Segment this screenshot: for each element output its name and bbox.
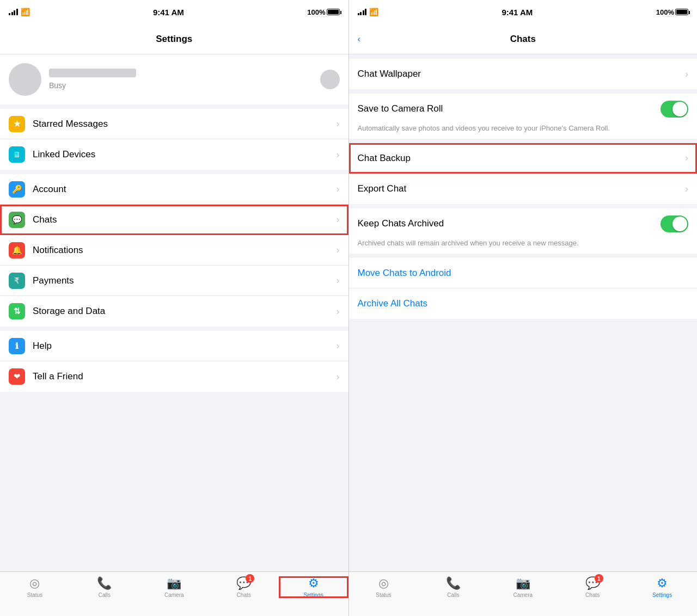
- profile-section[interactable]: Busy: [0, 54, 348, 104]
- left-tab-bar: ◎ Status 📞 Calls 📷 Camera 💬 1 Chats ⚙ Se…: [0, 571, 348, 616]
- account-label: Account: [33, 184, 337, 195]
- right-settings-tab-icon: ⚙: [657, 576, 668, 590]
- chats-tab-label: Chats: [237, 592, 251, 598]
- payments-icon: ₹: [9, 273, 25, 289]
- divider-3: [349, 204, 698, 208]
- sidebar-item-chats[interactable]: 💬 Chats ›: [0, 205, 348, 235]
- calls-tab-icon: 📞: [97, 576, 112, 590]
- sidebar-item-help[interactable]: ℹ Help ›: [0, 331, 348, 361]
- starred-icon: ★: [9, 116, 25, 132]
- chat-backup-row[interactable]: Chat Backup ›: [349, 143, 698, 174]
- keep-archived-row[interactable]: Keep Chats Archived: [349, 208, 698, 239]
- tab-settings[interactable]: ⚙ Settings: [279, 576, 348, 598]
- save-camera-roll-row[interactable]: Save to Camera Roll: [349, 94, 698, 124]
- left-panel: 📶 9:41 AM 100% Settings Busy ★ Starred M…: [0, 0, 348, 616]
- archive-all-row[interactable]: Archive All Chats: [349, 288, 698, 319]
- starred-label: Starred Messages: [33, 119, 337, 130]
- calls-tab-label: Calls: [99, 592, 111, 598]
- right-chats-tab-icon: 💬 1: [585, 576, 600, 590]
- chats-chevron: ›: [337, 214, 340, 225]
- settings-group-2: 🔑 Account › 💬 Chats › 🔔 Notifications › …: [0, 174, 348, 327]
- right-wifi-icon: 📶: [369, 8, 378, 16]
- profile-name-placeholder: [49, 69, 136, 77]
- sidebar-item-payments[interactable]: ₹ Payments ›: [0, 266, 348, 296]
- settings-group-1: ★ Starred Messages › 🖥 Linked Devices ›: [0, 109, 348, 170]
- archive-all-label: Archive All Chats: [358, 298, 689, 309]
- keep-archived-label: Keep Chats Archived: [358, 218, 661, 229]
- right-calls-tab-label: Calls: [447, 592, 459, 598]
- left-status-bar: 📶 9:41 AM 100%: [0, 0, 348, 24]
- camera-tab-icon: 📷: [167, 576, 181, 590]
- move-android-row[interactable]: Move Chats to Android: [349, 258, 698, 288]
- profile-status: Busy: [49, 81, 66, 90]
- backup-chevron: ›: [685, 152, 688, 164]
- notifications-icon: 🔔: [9, 242, 25, 258]
- archived-toggle[interactable]: [661, 215, 688, 232]
- export-chevron: ›: [685, 183, 688, 195]
- left-nav-bar: Settings: [0, 24, 348, 54]
- camera-roll-desc-container: Automatically save photos and videos you…: [349, 124, 698, 139]
- backup-export-section: Chat Backup › Export Chat ›: [349, 143, 698, 204]
- chat-wallpaper-row[interactable]: Chat Wallpaper ›: [349, 59, 698, 89]
- payments-chevron: ›: [337, 275, 340, 286]
- right-settings-tab-label: Settings: [652, 592, 672, 598]
- top-spacer: [349, 54, 698, 59]
- storage-chevron: ›: [337, 306, 340, 317]
- left-signal-area: 📶: [9, 8, 30, 16]
- save-camera-roll-label: Save to Camera Roll: [358, 103, 661, 114]
- profile-qr: [320, 70, 340, 89]
- tab-calls[interactable]: 📞 Calls: [70, 576, 139, 598]
- export-chat-label: Export Chat: [358, 183, 686, 194]
- archived-section: Keep Chats Archived: [349, 208, 698, 239]
- wifi-icon: 📶: [21, 8, 30, 16]
- signal-bars-icon: [9, 9, 18, 15]
- starred-chevron: ›: [337, 118, 340, 130]
- divider-2: [349, 139, 698, 143]
- right-tab-camera[interactable]: 📷 Camera: [488, 576, 558, 598]
- right-tab-calls[interactable]: 📞 Calls: [418, 576, 488, 598]
- chat-wallpaper-label: Chat Wallpaper: [358, 69, 686, 79]
- left-battery: 100%: [307, 8, 339, 16]
- right-chats-tab-label: Chats: [585, 592, 600, 598]
- settings-group-3: ℹ Help › ❤ Tell a Friend ›: [0, 331, 348, 392]
- sidebar-item-storage[interactable]: ⇅ Storage and Data ›: [0, 296, 348, 327]
- divider-4: [349, 254, 698, 258]
- tab-camera[interactable]: 📷 Camera: [139, 576, 209, 598]
- chats-tab-icon: 💬 1: [236, 576, 251, 590]
- right-signal-area: 📶: [358, 8, 379, 16]
- right-calls-tab-icon: 📞: [446, 576, 461, 590]
- chats-label: Chats: [33, 214, 337, 225]
- status-tab-label: Status: [27, 592, 42, 598]
- divider-1: [349, 89, 698, 94]
- tab-chats[interactable]: 💬 1 Chats: [209, 576, 279, 598]
- left-time: 9:41 AM: [153, 8, 184, 17]
- linked-chevron: ›: [337, 149, 340, 161]
- right-status-bar: 📶 9:41 AM 100%: [349, 0, 698, 24]
- right-tab-chats[interactable]: 💬 1 Chats: [558, 576, 627, 598]
- help-icon: ℹ: [9, 338, 25, 354]
- linked-label: Linked Devices: [33, 149, 337, 160]
- chat-backup-label: Chat Backup: [358, 153, 686, 164]
- camera-roll-desc: Automatically save photos and videos you…: [358, 124, 689, 132]
- back-button[interactable]: ‹: [358, 34, 361, 45]
- settings-tab-label: Settings: [304, 592, 323, 598]
- right-tab-bar: ◎ Status 📞 Calls 📷 Camera 💬 1 Chats ⚙ Se…: [349, 571, 698, 616]
- save-camera-toggle[interactable]: [661, 101, 688, 118]
- sidebar-item-tell[interactable]: ❤ Tell a Friend ›: [0, 361, 348, 392]
- payments-label: Payments: [33, 275, 337, 286]
- sidebar-item-notifications[interactable]: 🔔 Notifications ›: [0, 235, 348, 266]
- notifications-label: Notifications: [33, 245, 337, 256]
- right-tab-settings[interactable]: ⚙ Settings: [627, 576, 697, 598]
- export-chat-row[interactable]: Export Chat ›: [349, 174, 698, 204]
- right-chats-badge: 1: [595, 574, 603, 583]
- right-time: 9:41 AM: [502, 8, 533, 17]
- archived-desc-container: Archived chats will remain archived when…: [349, 239, 698, 254]
- sidebar-item-account[interactable]: 🔑 Account ›: [0, 174, 348, 205]
- right-battery-icon: [675, 9, 688, 15]
- right-tab-status[interactable]: ◎ Status: [349, 576, 419, 598]
- sidebar-item-linked[interactable]: 🖥 Linked Devices ›: [0, 139, 348, 170]
- help-label: Help: [33, 341, 337, 352]
- sidebar-item-starred[interactable]: ★ Starred Messages ›: [0, 109, 348, 139]
- move-android-label: Move Chats to Android: [358, 268, 689, 279]
- tab-status[interactable]: ◎ Status: [0, 576, 70, 598]
